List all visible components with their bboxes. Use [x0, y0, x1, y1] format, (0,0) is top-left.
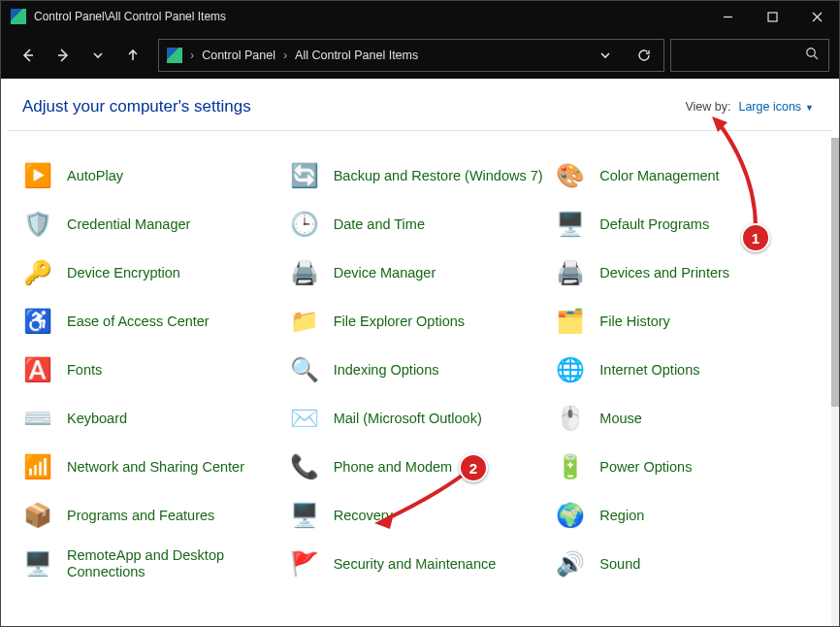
item-region-icon: 🌍 — [555, 500, 586, 531]
back-button[interactable] — [11, 39, 46, 72]
maximize-button[interactable] — [750, 1, 794, 32]
item-file-history[interactable]: 🗂️File History — [555, 303, 816, 340]
item-indexing-options-label: Indexing Options — [334, 362, 439, 379]
content-header: Adjust your computer's settings View by:… — [1, 80, 839, 126]
item-ease-of-access-center-label: Ease of Access Center — [67, 314, 210, 330]
item-internet-options[interactable]: 🌐Internet Options — [555, 351, 816, 388]
item-indexing-options[interactable]: 🔍Indexing Options — [289, 351, 550, 388]
item-file-explorer-options-label: File Explorer Options — [334, 314, 465, 330]
breadcrumb-all-items[interactable]: All Control Panel Items — [289, 49, 424, 62]
recent-locations-button[interactable] — [81, 39, 115, 72]
history-dropdown-button[interactable] — [586, 40, 625, 71]
item-phone-and-modem[interactable]: 📞Phone and Modem — [289, 448, 550, 485]
item-file-explorer-options-icon: 📁 — [289, 306, 320, 337]
item-device-manager[interactable]: 🖨️Device Manager — [289, 254, 550, 291]
item-credential-manager[interactable]: 🛡️Credential Manager — [22, 206, 283, 243]
item-file-history-icon: 🗂️ — [555, 306, 586, 337]
item-fonts-icon: 🅰️ — [22, 354, 53, 385]
item-power-options-icon: 🔋 — [555, 451, 586, 482]
scrollbar[interactable] — [831, 138, 839, 626]
item-network-and-sharing-center-icon: 📶 — [22, 451, 53, 482]
view-by-value: Large icons — [738, 100, 801, 114]
item-device-encryption-label: Device Encryption — [67, 265, 180, 281]
item-remoteapp-desktop-connections-icon: 🖥️ — [22, 548, 53, 579]
item-autoplay-icon: ▶️ — [22, 160, 53, 191]
search-box[interactable] — [670, 39, 829, 72]
search-icon — [805, 47, 819, 64]
item-internet-options-icon: 🌐 — [555, 354, 586, 385]
item-remoteapp-desktop-connections[interactable]: 🖥️RemoteApp and Desktop Connections — [22, 545, 283, 582]
item-security-and-maintenance-label: Security and Maintenance — [334, 556, 497, 573]
chevron-right-icon[interactable]: › — [188, 49, 196, 62]
item-network-and-sharing-center[interactable]: 📶Network and Sharing Center — [22, 448, 283, 485]
item-backup-and-restore[interactable]: 🔄Backup and Restore (Windows 7) — [289, 157, 550, 194]
close-button[interactable] — [794, 1, 839, 32]
item-mouse-label: Mouse — [599, 411, 642, 427]
item-security-and-maintenance[interactable]: 🚩Security and Maintenance — [289, 545, 550, 582]
item-file-explorer-options[interactable]: 📁File Explorer Options — [289, 303, 550, 340]
window-title: Control Panel\All Control Panel Items — [34, 10, 705, 23]
item-color-management-icon: 🎨 — [555, 160, 586, 191]
item-date-and-time-label: Date and Time — [334, 216, 425, 233]
up-button[interactable] — [115, 39, 150, 72]
item-default-programs-label: Default Programs — [599, 216, 709, 233]
item-date-and-time[interactable]: 🕒Date and Time — [289, 206, 550, 243]
item-mouse[interactable]: 🖱️Mouse — [555, 400, 816, 437]
item-color-management-label: Color Management — [599, 168, 719, 184]
item-device-encryption-icon: 🔑 — [22, 257, 53, 288]
minimize-button[interactable] — [705, 1, 750, 32]
breadcrumb-control-panel[interactable]: Control Panel — [196, 49, 281, 62]
item-region[interactable]: 🌍Region — [555, 497, 816, 534]
chevron-down-icon: ▼ — [805, 103, 814, 113]
item-recovery-icon: 🖥️ — [289, 500, 320, 531]
item-autoplay[interactable]: ▶️AutoPlay — [22, 157, 283, 194]
control-panel-window: Control Panel\All Control Panel Items — [0, 0, 840, 627]
item-fonts[interactable]: 🅰️Fonts — [22, 351, 283, 388]
app-icon — [11, 9, 26, 24]
item-recovery[interactable]: 🖥️Recovery — [289, 497, 550, 534]
item-credential-manager-icon: 🛡️ — [22, 209, 53, 240]
titlebar: Control Panel\All Control Panel Items — [1, 1, 839, 32]
item-devices-and-printers-icon: 🖨️ — [555, 257, 586, 288]
item-region-label: Region — [599, 508, 644, 524]
scrollbar-thumb[interactable] — [831, 138, 839, 407]
item-mail-outlook-icon: ✉️ — [289, 403, 320, 434]
item-mail-outlook[interactable]: ✉️Mail (Microsoft Outlook) — [289, 400, 550, 437]
svg-point-4 — [807, 49, 815, 56]
item-power-options[interactable]: 🔋Power Options — [555, 448, 816, 485]
refresh-button[interactable] — [625, 40, 663, 71]
item-color-management[interactable]: 🎨Color Management — [555, 157, 816, 194]
view-by-label: View by: — [685, 100, 730, 114]
item-internet-options-label: Internet Options — [599, 362, 699, 379]
chevron-right-icon[interactable]: › — [281, 49, 289, 62]
item-device-manager-icon: 🖨️ — [289, 257, 320, 288]
item-recovery-label: Recovery — [334, 508, 393, 524]
item-mouse-icon: 🖱️ — [555, 403, 586, 434]
item-phone-and-modem-icon: 📞 — [289, 451, 320, 482]
item-keyboard[interactable]: ⌨️Keyboard — [22, 400, 283, 437]
forward-button[interactable] — [46, 39, 81, 72]
item-backup-and-restore-icon: 🔄 — [289, 160, 320, 191]
item-security-and-maintenance-icon: 🚩 — [289, 548, 320, 579]
item-sound-icon: 🔊 — [555, 548, 586, 579]
item-programs-and-features-icon: 📦 — [22, 500, 53, 531]
address-bar[interactable]: › Control Panel › All Control Panel Item… — [158, 39, 664, 72]
item-device-encryption[interactable]: 🔑Device Encryption — [22, 254, 283, 291]
item-remoteapp-desktop-connections-label: RemoteApp and Desktop Connections — [67, 547, 283, 579]
item-programs-and-features-label: Programs and Features — [67, 508, 214, 524]
divider — [7, 130, 833, 131]
item-device-manager-label: Device Manager — [334, 265, 436, 281]
item-date-and-time-icon: 🕒 — [289, 209, 320, 240]
item-backup-and-restore-label: Backup and Restore (Windows 7) — [334, 168, 543, 184]
item-devices-and-printers-label: Devices and Printers — [599, 265, 729, 281]
item-ease-of-access-center[interactable]: ♿Ease of Access Center — [22, 303, 283, 340]
item-devices-and-printers[interactable]: 🖨️Devices and Printers — [555, 254, 816, 291]
item-default-programs[interactable]: 🖥️Default Programs — [555, 206, 816, 243]
item-sound[interactable]: 🔊Sound — [555, 545, 816, 582]
toolbar: › Control Panel › All Control Panel Item… — [1, 32, 839, 79]
item-programs-and-features[interactable]: 📦Programs and Features — [22, 497, 283, 534]
view-by-dropdown[interactable]: Large icons▼ — [738, 100, 814, 114]
content-area: Adjust your computer's settings View by:… — [1, 80, 839, 626]
item-phone-and-modem-label: Phone and Modem — [334, 459, 453, 476]
item-power-options-label: Power Options — [599, 459, 692, 476]
